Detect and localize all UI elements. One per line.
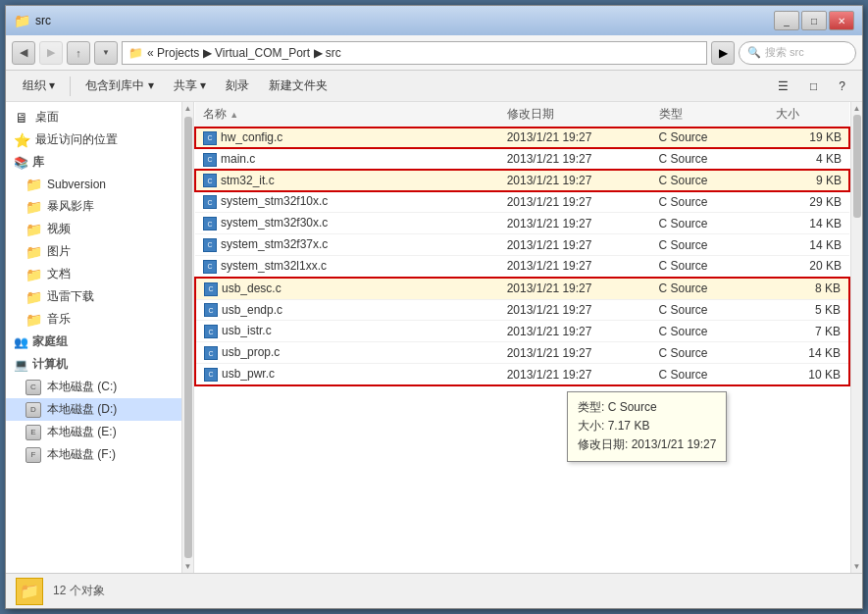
folder-vid-icon: 📁: [26, 222, 41, 237]
table-row[interactable]: Cmain.c2013/1/21 19:27C Source4 KB: [195, 148, 849, 170]
sidebar-item-drive-d[interactable]: D 本地磁盘 (D:): [6, 398, 181, 421]
file-type: C Source: [651, 364, 768, 385]
file-table-header: 名称 ▲ 修改日期 类型 大小: [195, 102, 849, 128]
go-button[interactable]: ▶: [711, 41, 735, 65]
forward-button[interactable]: ▶: [39, 41, 63, 65]
share-button[interactable]: 共享 ▾: [165, 74, 215, 99]
file-size: 9 KB: [768, 170, 849, 191]
table-row[interactable]: Cstm32_it.c2013/1/21 19:27C Source9 KB: [195, 170, 849, 191]
file-name-cell: Chw_config.c: [195, 128, 499, 149]
file-name-cell: Cstm32_it.c: [195, 170, 499, 191]
up-button[interactable]: ↑: [67, 41, 90, 65]
view-button[interactable]: ☰: [769, 74, 797, 99]
search-box[interactable]: 🔍 搜索 src: [739, 41, 856, 65]
sidebar-item-video-lib[interactable]: 📁 暴风影库: [6, 195, 181, 218]
sidebar-item-music[interactable]: 📁 音乐: [6, 308, 181, 331]
file-date: 2013/1/21 19:27: [499, 278, 651, 299]
minimize-button[interactable]: _: [774, 11, 799, 30]
address-bar: ◀ ▶ ↑ ▼ 📁 « Projects ▶ Virtual_COM_Port …: [6, 35, 862, 71]
close-button[interactable]: ✕: [829, 11, 854, 30]
toolbar: 组织 ▾ 包含到库中 ▾ 共享 ▾ 刻录 新建文件夹 ☰ □ ?: [6, 71, 862, 102]
new-folder-button[interactable]: 新建文件夹: [260, 74, 336, 99]
file-size: 14 KB: [768, 342, 849, 364]
burn-button[interactable]: 刻录: [217, 74, 258, 99]
file-name: usb_istr.c: [222, 324, 272, 337]
file-icon: C: [203, 238, 217, 252]
file-date: 2013/1/21 19:27: [499, 170, 651, 191]
sidebar-section-library[interactable]: 📚 库: [6, 151, 181, 174]
folder-doc-icon: 📁: [26, 267, 41, 282]
col-header-type[interactable]: 类型: [651, 102, 768, 128]
folder-music-icon: 📁: [26, 312, 41, 328]
file-date: 2013/1/21 19:27: [499, 148, 651, 170]
table-row[interactable]: Cusb_pwr.c2013/1/21 19:27C Source10 KB: [195, 364, 849, 385]
file-name: hw_config.c: [221, 130, 282, 144]
file-icon: C: [204, 346, 218, 360]
sidebar-label-drive-e: 本地磁盘 (E:): [47, 424, 117, 440]
file-type: C Source: [651, 299, 768, 321]
sidebar-item-drive-f[interactable]: F 本地磁盘 (F:): [6, 443, 181, 466]
recent-button[interactable]: ▼: [94, 41, 118, 65]
drive-c-icon: C: [26, 380, 41, 395]
sidebar-item-drive-c[interactable]: C 本地磁盘 (C:): [6, 376, 181, 398]
sidebar-scrollbar[interactable]: ▲ ▼: [182, 102, 194, 573]
sidebar-item-recent[interactable]: ⭐ 最近访问的位置: [6, 128, 181, 151]
table-row[interactable]: Cusb_desc.c2013/1/21 19:27C Source8 KB: [195, 278, 849, 299]
file-name-cell: Csystem_stm32f30x.c: [195, 213, 499, 234]
file-name: system_stm32l1xx.c: [221, 259, 327, 273]
back-button[interactable]: ◀: [12, 41, 35, 65]
maximize-button[interactable]: □: [801, 11, 827, 30]
sidebar-item-desktop[interactable]: 🖥 桌面: [6, 106, 181, 128]
address-path[interactable]: 📁 « Projects ▶ Virtual_COM_Port ▶ src: [122, 41, 707, 65]
file-size: 4 KB: [768, 148, 849, 170]
col-header-size[interactable]: 大小: [768, 102, 849, 128]
window-icon: 📁: [14, 13, 29, 28]
table-row[interactable]: Cusb_prop.c2013/1/21 19:27C Source14 KB: [195, 342, 849, 364]
sidebar: 🖥 桌面 ⭐ 最近访问的位置 📚 库 📁 Subversion 📁 暴风影库 📁: [6, 102, 182, 573]
file-table-body: Chw_config.c2013/1/21 19:27C Source19 KB…: [195, 128, 849, 385]
file-name-cell: Cusb_istr.c: [195, 321, 499, 342]
file-type: C Source: [651, 128, 768, 149]
sidebar-item-drive-e[interactable]: E 本地磁盘 (E:): [6, 421, 181, 443]
sidebar-section-computer[interactable]: 💻 计算机: [6, 353, 181, 376]
file-date: 2013/1/21 19:27: [499, 255, 651, 277]
drive-d-icon: D: [26, 402, 41, 418]
sidebar-item-video[interactable]: 📁 视频: [6, 218, 181, 240]
table-row[interactable]: Csystem_stm32f30x.c2013/1/21 19:27C Sour…: [195, 213, 849, 234]
help-button[interactable]: ?: [830, 74, 854, 99]
col-header-date[interactable]: 修改日期: [499, 102, 651, 128]
table-row[interactable]: Csystem_stm32l1xx.c2013/1/21 19:27C Sour…: [195, 255, 849, 277]
sidebar-item-pictures[interactable]: 📁 图片: [6, 240, 181, 263]
file-name: usb_endp.c: [222, 303, 282, 317]
sidebar-item-thunder[interactable]: 📁 迅雷下载: [6, 285, 181, 308]
table-row[interactable]: Cusb_endp.c2013/1/21 19:27C Source5 KB: [195, 299, 849, 321]
sidebar-label-desktop: 桌面: [35, 109, 59, 126]
file-date: 2013/1/21 19:27: [499, 128, 651, 149]
table-row[interactable]: Chw_config.c2013/1/21 19:27C Source19 KB: [195, 128, 849, 149]
table-row[interactable]: Csystem_stm32f37x.c2013/1/21 19:27C Sour…: [195, 234, 849, 256]
file-name: usb_desc.c: [222, 281, 281, 295]
organize-button[interactable]: 组织 ▾: [14, 74, 64, 99]
file-icon: C: [203, 174, 217, 187]
table-row[interactable]: Csystem_stm32f10x.c2013/1/21 19:27C Sour…: [195, 191, 849, 213]
sidebar-label-homegroup: 家庭组: [32, 333, 68, 350]
col-header-name[interactable]: 名称 ▲: [195, 102, 499, 128]
table-row[interactable]: Cusb_istr.c2013/1/21 19:27C Source7 KB: [195, 321, 849, 342]
file-list-scrollbar[interactable]: ▲ ▼: [850, 102, 862, 573]
folder-thunder-icon: 📁: [26, 289, 41, 305]
explorer-window: 📁 src _ □ ✕ ◀ ▶ ↑ ▼ 📁 « Projects ▶ Virtu…: [5, 5, 863, 609]
main-content: 🖥 桌面 ⭐ 最近访问的位置 📚 库 📁 Subversion 📁 暴风影库 📁: [6, 102, 862, 573]
preview-button[interactable]: □: [801, 74, 826, 99]
file-table: 名称 ▲ 修改日期 类型 大小 Chw_config.c2013/1/21 19…: [194, 102, 850, 386]
file-icon: C: [204, 368, 218, 382]
sidebar-label-pictures: 图片: [47, 243, 71, 260]
tooltip-date: 修改日期: 2013/1/21 19:27: [578, 435, 716, 454]
file-name-cell: Csystem_stm32f10x.c: [195, 191, 499, 213]
sidebar-item-subversion[interactable]: 📁 Subversion: [6, 174, 181, 195]
file-type: C Source: [651, 191, 768, 213]
recent-icon: ⭐: [14, 132, 29, 148]
path-text: « Projects ▶ Virtual_COM_Port ▶ src: [147, 46, 341, 60]
sidebar-item-docs[interactable]: 📁 文档: [6, 263, 181, 285]
sidebar-section-homegroup[interactable]: 👥 家庭组: [6, 331, 181, 353]
include-button[interactable]: 包含到库中 ▾: [77, 74, 162, 99]
